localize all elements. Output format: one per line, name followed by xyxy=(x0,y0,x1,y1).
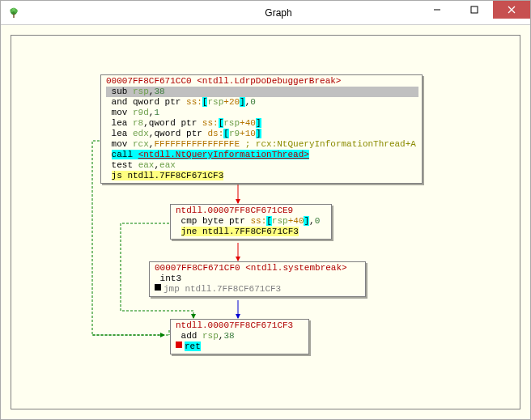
close-button[interactable] xyxy=(493,1,530,19)
maximize-button[interactable] xyxy=(456,1,493,19)
block-address: 00007FF8CF671CC0 <ntdll.LdrpDoDebuggerBr… xyxy=(101,75,422,87)
block-body: sub rsp,38 and qword ptr ss:[rsp+20],0 m… xyxy=(101,87,422,183)
svg-point-4 xyxy=(12,7,15,11)
block-address: ntdll.00007FF8CF671CF3 xyxy=(171,320,308,331)
marker-icon xyxy=(155,284,161,291)
graph-window: Graph xyxy=(0,0,531,420)
block-address: 00007FF8CF671CF0 <ntdll.systembreak> xyxy=(150,262,365,274)
basic-block-1[interactable]: 00007FF8CF671CC0 <ntdll.LdrpDoDebuggerBr… xyxy=(100,74,423,184)
basic-block-2[interactable]: ntdll.00007FF8CF671CE9 cmp byte ptr ss:[… xyxy=(170,204,332,240)
block-body: int3 jmp ntdll.7FF8CF671CF3 xyxy=(150,274,365,296)
minimize-button[interactable] xyxy=(418,1,456,19)
marker-icon xyxy=(176,342,182,348)
basic-block-3[interactable]: 00007FF8CF671CF0 <ntdll.systembreak> int… xyxy=(149,261,366,297)
block-body: add rsp,38 ret xyxy=(171,331,308,354)
svg-rect-6 xyxy=(471,6,478,13)
block-body: cmp byte ptr ss:[rsp+40],0 jne ntdll.7FF… xyxy=(171,216,331,239)
basic-block-4[interactable]: ntdll.00007FF8CF671CF3 add rsp,38 ret xyxy=(170,319,309,354)
svg-rect-1 xyxy=(13,14,14,18)
block-address: ntdll.00007FF8CF671CE9 xyxy=(171,205,331,216)
app-icon xyxy=(7,6,20,19)
titlebar[interactable]: Graph xyxy=(1,1,530,25)
client-area: 00007FF8CF671CC0 <ntdll.LdrpDoDebuggerBr… xyxy=(1,25,530,419)
window-controls xyxy=(418,1,530,19)
graph-canvas[interactable]: 00007FF8CF671CC0 <ntdll.LdrpDoDebuggerBr… xyxy=(11,35,520,409)
